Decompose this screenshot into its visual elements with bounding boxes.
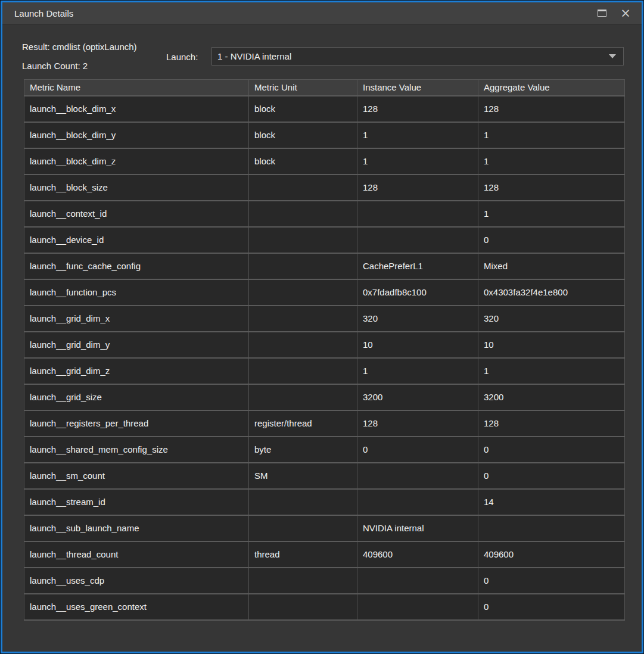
launch-dropdown-value: 1 - NVIDIA internal — [212, 51, 609, 61]
column-header-instance-value[interactable]: Instance Value — [357, 80, 478, 96]
table-cell: 3200 — [357, 384, 478, 410]
table-cell: launch__stream_id — [24, 489, 249, 515]
table-row[interactable]: launch__function_pcs0x7fdadfb8c1000x4303… — [24, 279, 625, 306]
table-row[interactable]: launch__sub_launch_nameNVIDIA internal — [24, 515, 625, 541]
table-cell — [249, 175, 357, 201]
table-cell: launch__context_id — [24, 201, 249, 227]
table-row[interactable]: launch__grid_size32003200 — [24, 384, 625, 410]
table-row[interactable]: launch__grid_dim_z11 — [24, 358, 625, 384]
table-row[interactable]: launch__registers_per_threadregister/thr… — [24, 410, 625, 437]
metrics-table: Metric Name Metric Unit Instance Value A… — [24, 79, 624, 621]
table-row[interactable]: launch__uses_green_context0 — [24, 594, 625, 620]
column-header-aggregate-value[interactable]: Aggregate Value — [478, 80, 625, 96]
table-row[interactable]: launch__grid_dim_y1010 — [24, 332, 625, 358]
table-cell: launch__sub_launch_name — [24, 515, 249, 541]
table-cell — [249, 489, 357, 515]
table-row[interactable]: launch__grid_dim_x320320 — [24, 306, 625, 332]
table-cell: launch__uses_cdp — [24, 568, 249, 594]
table-cell: 10 — [478, 332, 625, 358]
table-cell: 0 — [478, 227, 625, 253]
titlebar-buttons: × — [594, 5, 642, 21]
result-text: Result: cmdlist (optixLaunch) — [22, 42, 137, 52]
table-cell: 320 — [478, 306, 625, 332]
table-cell: 1 — [357, 122, 478, 148]
table-cell — [357, 201, 478, 227]
window-title: Launch Details — [2, 8, 73, 18]
table-cell: 10 — [357, 332, 478, 358]
table-cell: launch__grid_dim_x — [24, 306, 249, 332]
launch-dropdown[interactable]: 1 - NVIDIA internal — [211, 47, 624, 66]
table-cell — [249, 253, 357, 279]
table-cell — [357, 463, 478, 489]
table-cell: launch__block_dim_y — [24, 122, 249, 148]
table-cell: 0x4303fa32f4e1e800 — [478, 279, 625, 306]
close-button[interactable]: × — [618, 5, 633, 21]
table-cell: launch__block_dim_x — [24, 96, 249, 122]
table-cell: launch__block_dim_z — [24, 148, 249, 175]
table-cell: byte — [249, 437, 357, 463]
table-cell — [357, 568, 478, 594]
table-row[interactable]: launch__block_dim_xblock128128 — [24, 96, 625, 122]
table-cell: Mixed — [478, 253, 625, 279]
table-cell — [478, 515, 625, 541]
launch-details-window: Launch Details × Result: cmdlist (optixL… — [1, 1, 643, 653]
table-cell: 128 — [357, 96, 478, 122]
table-cell: block — [249, 96, 357, 122]
table-row[interactable]: launch__sm_countSM0 — [24, 463, 625, 489]
maximize-icon — [598, 10, 606, 17]
chevron-down-icon — [609, 54, 616, 58]
column-header-metric-unit[interactable]: Metric Unit — [249, 80, 357, 96]
table-cell: 0 — [478, 594, 625, 620]
table-cell — [249, 306, 357, 332]
table-cell: 1 — [478, 148, 625, 175]
table-row[interactable]: launch__device_id0 — [24, 227, 625, 253]
table-row[interactable]: launch__stream_id14 — [24, 489, 625, 515]
maximize-button[interactable] — [594, 5, 609, 21]
table-cell — [357, 489, 478, 515]
table-cell — [249, 279, 357, 306]
table-cell: 320 — [357, 306, 478, 332]
table-cell: block — [249, 122, 357, 148]
table-cell: launch__grid_size — [24, 384, 249, 410]
table-cell: 128 — [478, 410, 625, 437]
table-cell: 0 — [357, 437, 478, 463]
table-cell: 0 — [478, 463, 625, 489]
table-cell: 409600 — [357, 541, 478, 568]
table-cell: 1 — [478, 201, 625, 227]
table-cell: thread — [249, 541, 357, 568]
table-cell: 1 — [478, 122, 625, 148]
table-cell: block — [249, 148, 357, 175]
table-cell — [249, 594, 357, 620]
table-cell: 409600 — [478, 541, 625, 568]
column-header-metric-name[interactable]: Metric Name — [24, 80, 249, 96]
table-row[interactable]: launch__block_size128128 — [24, 175, 625, 201]
table-cell: launch__thread_count — [24, 541, 249, 568]
table-cell — [249, 201, 357, 227]
table-cell: register/thread — [249, 410, 357, 437]
table-cell — [357, 594, 478, 620]
table-cell — [249, 568, 357, 594]
table-row[interactable]: launch__func_cache_configCachePreferL1Mi… — [24, 253, 625, 279]
table-cell: 0 — [478, 437, 625, 463]
table-row[interactable]: launch__block_dim_yblock11 — [24, 122, 625, 148]
table-header-row: Metric Name Metric Unit Instance Value A… — [24, 80, 625, 96]
table-cell: 1 — [357, 358, 478, 384]
table-row[interactable]: launch__block_dim_zblock11 — [24, 148, 625, 175]
table-row[interactable]: launch__shared_mem_config_sizebyte00 — [24, 437, 625, 463]
table-cell: launch__shared_mem_config_size — [24, 437, 249, 463]
table-row[interactable]: launch__uses_cdp0 — [24, 568, 625, 594]
table-cell: launch__function_pcs — [24, 279, 249, 306]
table-row[interactable]: launch__thread_countthread409600409600 — [24, 541, 625, 568]
table-cell — [249, 332, 357, 358]
table-cell — [357, 227, 478, 253]
table-cell: CachePreferL1 — [357, 253, 478, 279]
launch-dropdown-label: Launch: — [166, 52, 198, 62]
titlebar[interactable]: Launch Details × — [2, 2, 642, 24]
table-cell: launch__sm_count — [24, 463, 249, 489]
table-cell — [249, 384, 357, 410]
table-cell — [249, 515, 357, 541]
table-row[interactable]: launch__context_id1 — [24, 201, 625, 227]
table-cell: launch__grid_dim_y — [24, 332, 249, 358]
table-cell: launch__block_size — [24, 175, 249, 201]
table-cell: launch__func_cache_config — [24, 253, 249, 279]
